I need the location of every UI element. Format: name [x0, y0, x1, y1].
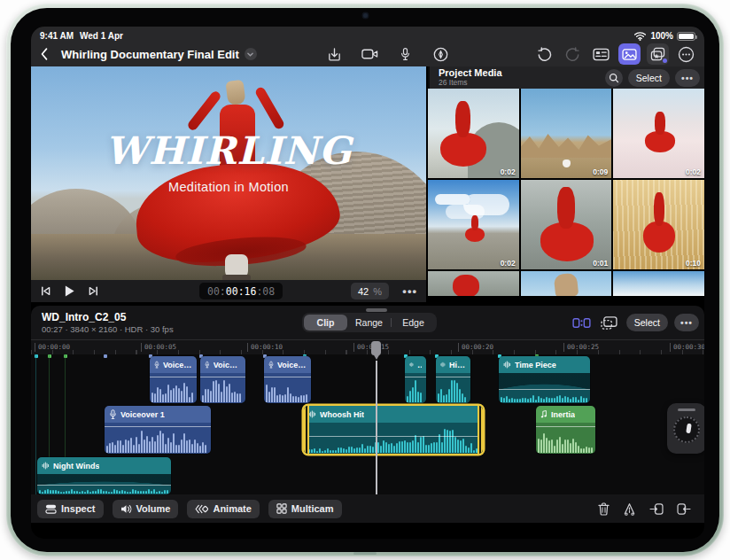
timeline-tracks[interactable]: Voiceover 2 Voiceover 2 Voiceover 3 … Hi… — [31, 354, 704, 494]
ellipsis-circle-icon — [678, 46, 695, 63]
viewer-zoom-control[interactable]: 42% — [351, 283, 389, 299]
inspect-icon — [45, 503, 57, 515]
timeline-clip-voiceover2-b[interactable]: Voiceover 2 — [200, 356, 245, 403]
front-camera — [363, 13, 368, 18]
status-bar: 9:41 AM Wed 1 Apr 100% — [31, 27, 704, 42]
project-media-count: 26 Items — [439, 79, 502, 87]
record-video-button[interactable] — [359, 43, 381, 65]
skip-back-button[interactable] — [40, 285, 51, 297]
title-menu-button[interactable] — [245, 48, 257, 60]
timeline-clip-info: 00:27 · 3840 × 2160 · HDR · 30 fps — [42, 324, 174, 334]
jog-wheel[interactable] — [667, 403, 704, 454]
media-thumbnail[interactable]: 0:10 — [613, 180, 704, 269]
waveform-icon — [42, 462, 50, 470]
project-media-header: Project Media 26 Items Select ••• — [428, 66, 704, 89]
media-thumbnail[interactable]: 0:02 — [428, 180, 519, 269]
media-thumbnail[interactable] — [613, 271, 704, 296]
clip-appearance-button[interactable] — [599, 313, 620, 332]
multicam-grid-icon — [276, 503, 287, 514]
overlay-clips-icon — [601, 316, 617, 330]
trim-handle-left[interactable] — [304, 406, 309, 454]
media-thumbnail[interactable]: 0:02 — [428, 89, 519, 178]
timeline-clip-voiceover2-a[interactable]: Voiceover 2 — [150, 356, 197, 403]
timeline-clip-whoosh-hit[interactable]: Whoosh Hit — [304, 406, 483, 454]
record-voiceover-button[interactable] — [394, 43, 416, 65]
microphone-icon — [205, 360, 210, 369]
inspector-button[interactable] — [590, 43, 612, 65]
search-button[interactable] — [605, 69, 623, 87]
split-clip-icon — [623, 502, 636, 516]
timecode-display[interactable]: 00:00:16:08 — [199, 283, 283, 299]
speaker-icon — [120, 504, 132, 514]
magnetic-timeline-button[interactable] — [571, 313, 593, 332]
insert-right-icon — [677, 503, 691, 515]
media-thumbnail[interactable] — [428, 271, 519, 296]
media-browser-button[interactable] — [618, 43, 641, 65]
mode-clip[interactable]: Clip — [304, 315, 347, 331]
undo-button[interactable] — [533, 43, 555, 65]
trash-icon — [598, 502, 610, 516]
volume-button[interactable]: Volume — [113, 500, 179, 518]
music-note-icon — [540, 409, 548, 419]
insert-clip-button[interactable] — [649, 503, 664, 515]
timeline-clip-audio-short[interactable]: … — [405, 356, 426, 403]
viewer-more-button[interactable]: ••• — [402, 280, 417, 302]
jog-dial[interactable] — [673, 416, 700, 443]
chevron-down-icon — [246, 51, 254, 58]
media-thumbnail[interactable]: 0:02 — [613, 89, 704, 178]
waveform-icon — [409, 361, 414, 369]
mode-range[interactable]: Range — [347, 315, 391, 331]
media-grid: 0:02 0:09 0:02 0:02 0:01 0:10 — [428, 89, 704, 296]
timeline-clip-time-piece[interactable]: Time Piece — [499, 356, 590, 403]
back-button[interactable] — [40, 44, 58, 64]
media-more-button[interactable]: ••• — [675, 69, 700, 87]
timeline-ruler[interactable]: 00:00:00 00:00:05 00:00:10 00:00:15 00:0… — [31, 339, 704, 354]
mode-edge[interactable]: Edge — [392, 315, 435, 331]
microphone-icon — [268, 360, 274, 369]
timeline-clip-voiceover1[interactable]: Voiceover 1 — [105, 406, 211, 454]
redo-button[interactable] — [562, 43, 584, 65]
waveform-icon — [308, 410, 316, 418]
screen: 9:41 AM Wed 1 Apr 100% Whirling Document… — [31, 27, 704, 539]
media-thumbnail[interactable]: 0:01 — [521, 180, 612, 269]
video-viewer[interactable]: WHIRLING Meditation in Motion — [31, 66, 426, 280]
camera-icon — [361, 48, 378, 60]
inspect-button[interactable]: Inspect — [37, 500, 104, 518]
microphone-icon — [109, 409, 117, 419]
timeline-clip-high[interactable]: High… — [436, 356, 470, 403]
export-button[interactable] — [323, 43, 346, 65]
delete-clip-button[interactable] — [598, 502, 610, 516]
chevron-left-icon — [40, 47, 49, 61]
media-thumbnail[interactable] — [521, 271, 612, 296]
timeline-clip-night-winds[interactable]: Night Winds — [37, 457, 171, 494]
animate-button[interactable]: Animate — [187, 500, 259, 518]
effects-button[interactable] — [647, 43, 669, 65]
timeline-clip-inertia[interactable]: Inertia — [536, 406, 595, 454]
photo-icon — [622, 49, 637, 60]
search-icon — [609, 73, 619, 83]
microphone-icon — [400, 47, 410, 61]
split-clip-button[interactable] — [623, 502, 636, 516]
project-title[interactable]: Whirling Documentary Final Edit — [61, 48, 257, 61]
battery-percent: 100% — [650, 31, 673, 41]
selection-mode-control: Clip Range Edge — [302, 313, 437, 332]
play-button[interactable] — [64, 284, 75, 298]
more-toolbar-button[interactable] — [675, 43, 697, 65]
media-select-button[interactable]: Select — [628, 69, 670, 87]
pencil-tools-button[interactable] — [430, 43, 452, 65]
pencil-icon — [433, 47, 448, 62]
media-thumbnail[interactable]: 0:09 — [521, 89, 612, 178]
effects-badge — [663, 58, 667, 63]
panel-drag-handle[interactable] — [366, 308, 387, 312]
timeline-panel: WD_Intro_C2_05 00:27 · 3840 × 2160 · HDR… — [31, 306, 704, 523]
export-icon — [327, 47, 342, 62]
timeline-select-button[interactable]: Select — [626, 314, 668, 331]
trim-handle-right[interactable] — [478, 406, 483, 454]
timeline-clip-voiceover3[interactable]: Voiceover 3 — [264, 356, 311, 403]
timeline-more-button[interactable]: ••• — [674, 314, 699, 331]
overwrite-clip-button[interactable] — [677, 503, 691, 515]
skip-forward-button[interactable] — [88, 285, 99, 297]
multicam-button[interactable]: Multicam — [268, 500, 342, 518]
playhead[interactable] — [371, 341, 382, 496]
play-icon — [64, 284, 75, 298]
